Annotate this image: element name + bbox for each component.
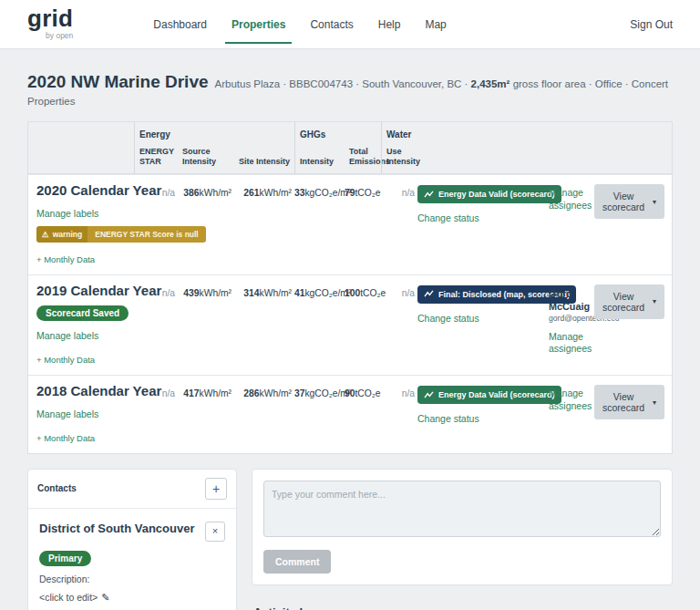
ghg-intensity-value: 33kgCO₂e/m² bbox=[294, 175, 345, 274]
action-cell: View scorecard▾ bbox=[594, 275, 673, 376]
year-cell: 2018 Calendar Year Manage labels + Month… bbox=[28, 376, 134, 453]
year-title: 2019 Calendar Year bbox=[36, 284, 134, 299]
manage-assignees-link[interactable]: Manage assignees bbox=[549, 331, 594, 356]
source-intensity-value: 417kWh/m² bbox=[178, 376, 234, 453]
chevron-down-icon: ▾ bbox=[653, 297, 656, 305]
edit-pencil-icon: ✎ bbox=[101, 592, 109, 603]
status-cell: Final: Disclosed (map, scorecard) Change… bbox=[417, 275, 538, 376]
description-edit[interactable]: <click to edit>✎ bbox=[39, 588, 225, 605]
assignee-cell: Manage assignees bbox=[538, 175, 594, 274]
nav-item-dashboard[interactable]: Dashboard bbox=[153, 18, 207, 31]
assignee-cell: Manage assignees bbox=[538, 376, 594, 453]
description-label: Description: bbox=[39, 574, 225, 584]
assignee-name: Gord McCuaig bbox=[549, 287, 594, 313]
chart-line-icon bbox=[424, 290, 434, 298]
manage-labels-link[interactable]: Manage labels bbox=[36, 330, 98, 341]
app-root: grid by open Dashboard Properties Contac… bbox=[0, 0, 700, 610]
year-cell: 2020 Calendar Year Manage labels ⚠warnin… bbox=[28, 175, 134, 274]
group-header-water: Water bbox=[381, 122, 672, 144]
year-title: 2018 Calendar Year bbox=[36, 384, 134, 399]
total-emissions-value: 100tCO₂e bbox=[345, 275, 381, 376]
warning-icon: ⚠ bbox=[42, 230, 49, 239]
monthly-data-link[interactable]: + Monthly Data bbox=[36, 433, 95, 443]
nav-item-help[interactable]: Help bbox=[378, 18, 401, 31]
year-cell: 2019 Calendar Year Scorecard Saved Manag… bbox=[28, 275, 134, 376]
top-navigation-bar: grid by open Dashboard Properties Contac… bbox=[0, 0, 700, 49]
contacts-title: Contacts bbox=[37, 483, 77, 493]
column-header-ghg-intensity: Intensity bbox=[294, 144, 345, 173]
column-header-site-intensity: Site Intensity bbox=[234, 144, 294, 173]
nav-item-map[interactable]: Map bbox=[425, 18, 446, 31]
year-title: 2020 Calendar Year bbox=[36, 183, 134, 199]
column-header-total-emissions: Total Emissions bbox=[345, 144, 381, 173]
energy-star-value: n/a bbox=[134, 175, 178, 274]
monthly-data-link[interactable]: + Monthly Data bbox=[36, 355, 95, 365]
chart-line-icon bbox=[424, 191, 434, 199]
summary-pre: Arbutus Plaza · BBBC004743 · South Vanco… bbox=[215, 78, 471, 89]
main-nav: Dashboard Properties Contacts Help Map bbox=[153, 18, 446, 31]
source-intensity-value: 439kWh/m² bbox=[178, 275, 234, 376]
energy-star-value: n/a bbox=[134, 275, 178, 376]
primary-contact-badge: Primary bbox=[39, 551, 91, 566]
page-header: 2020 NW Marine DriveArbutus Plaza · BBBC… bbox=[0, 49, 700, 119]
chart-line-icon bbox=[424, 391, 434, 399]
chevron-down-icon: ▾ bbox=[653, 198, 656, 206]
site-intensity-value: 286kWh/m² bbox=[234, 376, 294, 453]
table-row-2019: 2019 Calendar Year Scorecard Saved Manag… bbox=[28, 274, 672, 376]
table-row-2018: 2018 Calendar Year Manage labels + Month… bbox=[28, 375, 672, 453]
ghg-intensity-value: 37kgCO₂e/m² bbox=[294, 376, 345, 453]
logo-subtext: by open bbox=[27, 31, 73, 40]
right-column: Comment Activity Log GS GRID System upda… bbox=[252, 469, 673, 610]
gross-floor-area: 2,435m² bbox=[471, 78, 510, 89]
close-icon: × bbox=[212, 526, 218, 536]
action-cell: View scorecard▾ bbox=[594, 175, 673, 274]
column-header-use-intensity: Use Intensity bbox=[381, 144, 417, 173]
total-emissions-value: 79tCO₂e bbox=[345, 175, 381, 274]
water-use-value: n/a bbox=[381, 376, 417, 453]
contacts-card-header: Contacts + bbox=[28, 470, 236, 509]
change-status-link[interactable]: Change status bbox=[417, 212, 479, 223]
table-row-2020: 2020 Calendar Year Manage labels ⚠warnin… bbox=[28, 174, 672, 274]
table-header: Energy GHGs Water ENERGY STAR Source Int… bbox=[28, 122, 672, 174]
bottom-section: Contacts + District of South Vancouver ×… bbox=[0, 454, 700, 610]
grid-logo[interactable]: grid by open bbox=[27, 8, 73, 39]
manage-labels-link[interactable]: Manage labels bbox=[36, 208, 98, 219]
group-header-ghgs: GHGs bbox=[294, 122, 381, 144]
manage-assignees-link[interactable]: Manage assignees bbox=[549, 388, 594, 412]
manage-assignees-link[interactable]: Manage assignees bbox=[549, 187, 594, 212]
change-status-link[interactable]: Change status bbox=[417, 313, 479, 324]
view-scorecard-button[interactable]: View scorecard▾ bbox=[594, 385, 664, 419]
site-intensity-value: 314kWh/m² bbox=[234, 275, 294, 376]
action-cell: View scorecard▾ bbox=[594, 376, 673, 453]
nav-item-contacts[interactable]: Contacts bbox=[310, 18, 353, 31]
comment-submit-button[interactable]: Comment bbox=[263, 550, 331, 574]
nav-item-properties[interactable]: Properties bbox=[232, 18, 285, 31]
total-emissions-value: 90tCO₂e bbox=[345, 376, 381, 453]
source-intensity-value: 386kWh/m² bbox=[178, 175, 234, 274]
energy-data-table: Energy GHGs Water ENERGY STAR Source Int… bbox=[27, 121, 673, 454]
assignee-email: gord@opentech.eco bbox=[549, 314, 594, 324]
monthly-data-link[interactable]: + Monthly Data bbox=[36, 254, 95, 264]
energy-star-value: n/a bbox=[134, 376, 178, 453]
group-header-energy: Energy bbox=[134, 122, 294, 144]
remove-contact-button[interactable]: × bbox=[205, 522, 225, 542]
site-intensity-value: 261kWh/m² bbox=[234, 175, 294, 274]
logo-text: grid bbox=[27, 8, 73, 29]
add-contact-button[interactable]: + bbox=[205, 478, 227, 500]
page-title: 2020 NW Marine Drive bbox=[27, 72, 209, 91]
table-corner-cell bbox=[28, 122, 134, 173]
comment-textarea[interactable] bbox=[263, 481, 661, 537]
chevron-down-icon: ▾ bbox=[653, 398, 656, 407]
manage-labels-link[interactable]: Manage labels bbox=[36, 408, 98, 419]
comment-card: Comment bbox=[252, 469, 673, 585]
ghg-intensity-value: 41kgCO₂e/m² bbox=[294, 275, 345, 376]
sign-out-link[interactable]: Sign Out bbox=[630, 18, 673, 31]
view-scorecard-button[interactable]: View scorecard▾ bbox=[594, 284, 664, 319]
contacts-card: Contacts + District of South Vancouver ×… bbox=[27, 469, 237, 610]
change-status-link[interactable]: Change status bbox=[417, 413, 479, 424]
column-header-energy-star: ENERGY STAR bbox=[134, 144, 178, 173]
activity-log-title: Activity Log bbox=[253, 605, 673, 610]
scorecard-saved-label: Scorecard Saved bbox=[36, 305, 129, 321]
view-scorecard-button[interactable]: View scorecard▾ bbox=[594, 184, 664, 219]
assignee-cell: Gord McCuaig gord@opentech.eco Manage as… bbox=[538, 275, 594, 376]
